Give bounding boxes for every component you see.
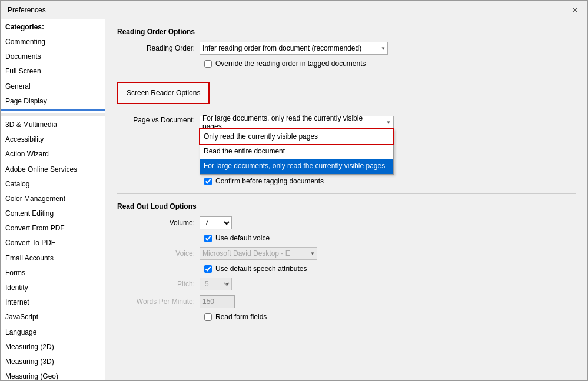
page-vs-document-value: For large documents, only read the curre…	[202, 114, 381, 131]
sidebar-item-convert-from-pdf[interactable]: Convert From PDF	[1, 221, 105, 236]
screen-reader-options-container: Screen Reader Options	[117, 75, 576, 111]
sidebar-item-color-management[interactable]: Color Management	[1, 192, 105, 206]
sidebar-item-email-accounts[interactable]: Email Accounts	[1, 251, 105, 266]
default-speech-checkbox[interactable]	[204, 265, 212, 273]
override-checkbox-row: Override the reading order in tagged doc…	[117, 59, 576, 68]
pitch-dropdown-wrapper: 5	[200, 278, 232, 290]
pitch-select[interactable]: 5	[200, 278, 232, 290]
sidebar-item-measuring-geo[interactable]: Measuring (Geo)	[1, 369, 105, 380]
override-checkbox[interactable]	[204, 60, 212, 68]
voice-row: Voice: Microsoft David Desktop - E	[117, 247, 576, 260]
main-content: Categories: Commenting Documents Full Sc…	[1, 19, 587, 380]
sidebar-item-measuring-3d[interactable]: Measuring (3D)	[1, 355, 105, 369]
dropdown-option-visible-pages[interactable]: Only read the currently visible pages	[200, 129, 393, 144]
page-vs-document-label: Page vs Document:	[117, 116, 200, 124]
default-speech-label[interactable]: Use default speech attributes	[215, 265, 307, 273]
voice-dropdown-wrapper: Microsoft David Desktop - E	[200, 247, 317, 260]
sidebar-item-convert-to-pdf[interactable]: Convert To PDF	[1, 236, 105, 250]
screen-reader-options-box: Screen Reader Options	[117, 82, 210, 104]
default-voice-checkbox[interactable]	[204, 235, 212, 242]
read-out-loud-section: Read Out Loud Options Volume: 7 1234 568…	[117, 202, 576, 321]
reading-order-row: Reading Order: Infer reading order from …	[117, 42, 576, 55]
sidebar-item-catalog[interactable]: Catalog	[1, 177, 105, 192]
read-form-fields-checkbox[interactable]	[204, 313, 212, 321]
pitch-label: Pitch:	[117, 280, 200, 288]
page-vs-document-row: Page vs Document: For large documents, o…	[117, 116, 576, 129]
sidebar-item-forms[interactable]: Forms	[1, 266, 105, 280]
reading-order-select[interactable]: Infer reading order from document (recom…	[200, 42, 388, 55]
sidebar-item-documents[interactable]: Documents	[1, 49, 105, 64]
sidebar-item-content-editing[interactable]: Content Editing	[1, 206, 105, 221]
sidebar-item-accessibility[interactable]: Accessibility	[1, 132, 105, 147]
confirm-tagging-checkbox[interactable]	[204, 178, 212, 185]
title-bar: Preferences ✕	[1, 1, 587, 19]
sidebar-header: Categories:	[1, 19, 105, 35]
pitch-row: Pitch: 5	[117, 278, 576, 290]
sidebar: Categories: Commenting Documents Full Sc…	[1, 19, 105, 380]
sidebar-item-page-display[interactable]: Page Display	[1, 94, 105, 111]
preferences-window: Preferences ✕ Categories: Commenting Doc…	[0, 0, 588, 381]
close-button[interactable]: ✕	[570, 5, 580, 15]
section-divider	[117, 193, 576, 194]
reading-order-dropdown-wrapper: Infer reading order from document (recom…	[200, 42, 388, 55]
confirm-tagging-label[interactable]: Confirm before tagging documents	[215, 177, 324, 185]
volume-label: Volume:	[117, 219, 200, 227]
default-voice-row: Use default voice	[117, 234, 576, 242]
override-label[interactable]: Override the reading order in tagged doc…	[215, 59, 366, 68]
voice-select[interactable]: Microsoft David Desktop - E	[200, 247, 317, 260]
sidebar-item-language[interactable]: Language	[1, 325, 105, 340]
wpm-label: Words Per Minute:	[117, 298, 200, 306]
reading-order-label: Reading Order:	[117, 44, 200, 52]
volume-select[interactable]: 7 1234 568910	[200, 216, 232, 229]
sidebar-item-general[interactable]: General	[1, 79, 105, 94]
window-title: Preferences	[8, 6, 46, 14]
volume-row: Volume: 7 1234 568910	[117, 216, 576, 229]
sidebar-item-adobe-online-services[interactable]: Adobe Online Services	[1, 162, 105, 177]
voice-label: Voice:	[117, 249, 200, 258]
read-form-fields-row: Read form fields	[117, 313, 576, 321]
page-vs-document-selected[interactable]: For large documents, only read the curre…	[200, 116, 394, 129]
sidebar-item-full-screen[interactable]: Full Screen	[1, 64, 105, 79]
sidebar-item-3d-multimedia[interactable]: 3D & Multimedia	[1, 118, 105, 132]
dropdown-option-entire-document[interactable]: Read the entire document	[200, 144, 393, 159]
read-form-fields-label[interactable]: Read form fields	[215, 313, 267, 321]
wpm-row: Words Per Minute:	[117, 295, 576, 308]
sidebar-item-commenting[interactable]: Commenting	[1, 35, 105, 49]
sidebar-item-action-wizard[interactable]: Action Wizard	[1, 147, 105, 162]
sidebar-item-identity[interactable]: Identity	[1, 280, 105, 295]
sidebar-item-javascript[interactable]: JavaScript	[1, 310, 105, 325]
sidebar-list[interactable]: Commenting Documents Full Screen General…	[1, 35, 105, 380]
default-speech-row: Use default speech attributes	[117, 265, 576, 273]
reading-order-section-title: Reading Order Options	[117, 28, 576, 36]
sidebar-separator	[1, 113, 105, 116]
default-voice-label[interactable]: Use default voice	[215, 234, 270, 242]
sidebar-item-measuring-2d[interactable]: Measuring (2D)	[1, 340, 105, 355]
sidebar-item-internet[interactable]: Internet	[1, 295, 105, 310]
read-out-loud-title: Read Out Loud Options	[117, 202, 576, 210]
confirm-tagging-row: Confirm before tagging documents	[117, 177, 576, 185]
page-vs-document-dropdown-container: For large documents, only read the curre…	[200, 116, 394, 129]
wpm-input[interactable]	[200, 295, 235, 308]
volume-dropdown-wrapper: 7 1234 568910	[200, 216, 232, 229]
page-vs-document-list: Only read the currently visible pages Re…	[200, 129, 394, 175]
dropdown-option-large-documents[interactable]: For large documents, only read the curre…	[200, 159, 393, 173]
screen-reader-title: Screen Reader Options	[127, 89, 200, 97]
main-panel: Reading Order Options Reading Order: Inf…	[105, 19, 587, 380]
